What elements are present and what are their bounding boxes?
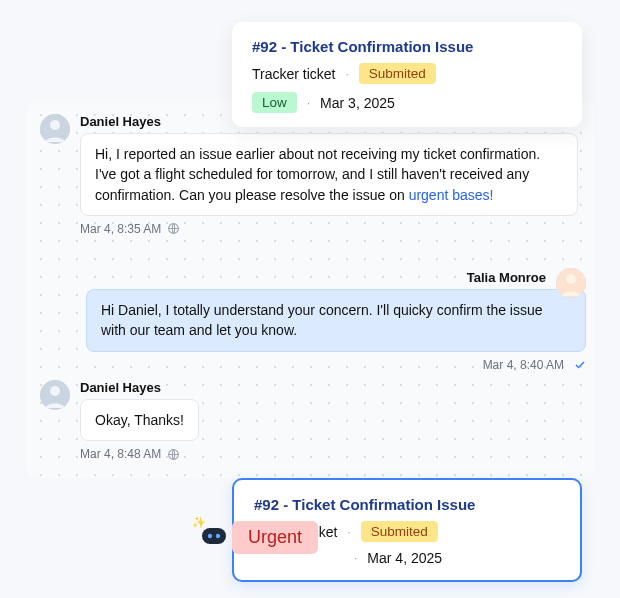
svg-point-6 <box>50 386 60 396</box>
status-badge: Submited <box>361 521 438 542</box>
ticket-date: Mar 3, 2025 <box>320 95 395 111</box>
avatar <box>40 380 70 410</box>
separator-dot: · <box>346 67 349 81</box>
svg-point-9 <box>208 534 212 538</box>
message-meta: Mar 4, 8:35 AM <box>80 222 580 236</box>
status-badge: Submited <box>359 63 436 84</box>
check-icon <box>574 359 586 371</box>
priority-badge: Low <box>252 92 297 113</box>
message-text: Okay, Thanks! <box>95 412 184 428</box>
globe-icon <box>167 448 180 461</box>
separator-dot: · <box>307 96 310 110</box>
message-3: Daniel Hayes Okay, Thanks! Mar 4, 8:48 A… <box>40 380 580 461</box>
message-text: Hi Daniel, I totally understand your con… <box>101 302 543 338</box>
priority-badge-urgent-wrap: Urgent <box>232 521 318 554</box>
ticket-title: #92 - Ticket Confirmation Issue <box>254 496 560 513</box>
svg-point-1 <box>50 120 60 130</box>
svg-rect-8 <box>202 528 226 544</box>
message-bubble: Hi Daniel, I totally understand your con… <box>86 289 586 352</box>
avatar <box>40 114 70 144</box>
ticket-card-top[interactable]: #92 - Ticket Confirmation Issue Tracker … <box>232 22 582 127</box>
svg-point-10 <box>216 534 220 538</box>
message-1: Daniel Hayes Hi, I reported an issue ear… <box>40 114 580 236</box>
message-time: Mar 4, 8:40 AM <box>483 358 564 372</box>
ticket-row: Tracker ticket · Submited <box>252 63 562 84</box>
message-bubble: Okay, Thanks! <box>80 399 199 441</box>
ticket-date: Mar 4, 2025 <box>367 550 442 566</box>
globe-icon <box>167 222 180 235</box>
chat-panel: Daniel Hayes Hi, I reported an issue ear… <box>26 100 594 478</box>
message-meta: Mar 4, 8:48 AM <box>80 447 580 461</box>
message-link[interactable]: urgent bases! <box>409 187 494 203</box>
sender-name: Talia Monroe <box>86 270 546 285</box>
message-2: Talia Monroe Hi Daniel, I totally unders… <box>86 270 586 372</box>
ticket-row: · Mar 4, 2025 <box>354 550 560 566</box>
separator-dot: · <box>348 525 351 539</box>
message-time: Mar 4, 8:48 AM <box>80 447 161 461</box>
ticket-type: Tracker ticket <box>252 66 336 82</box>
svg-point-4 <box>566 274 576 284</box>
message-time: Mar 4, 8:35 AM <box>80 222 161 236</box>
message-meta: Mar 4, 8:40 AM <box>86 358 586 372</box>
avatar <box>556 268 586 298</box>
bot-icon <box>200 524 228 546</box>
priority-badge: Urgent <box>232 521 318 554</box>
ticket-title: #92 - Ticket Confirmation Issue <box>252 38 562 55</box>
separator-dot: · <box>354 551 357 565</box>
message-bubble: Hi, I reported an issue earlier about no… <box>80 133 578 216</box>
sender-name: Daniel Hayes <box>80 380 580 395</box>
ticket-row: Low · Mar 3, 2025 <box>252 92 562 113</box>
